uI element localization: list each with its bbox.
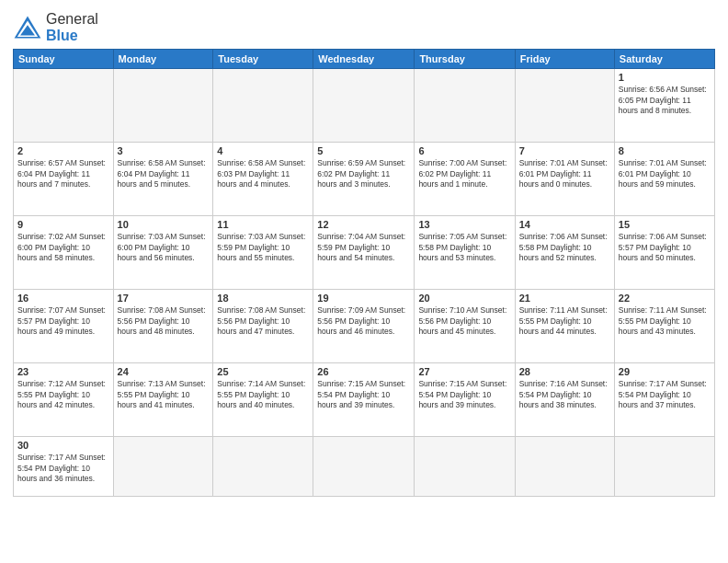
logo-icon [13,15,42,40]
day-info: Sunrise: 6:58 AM Sunset: 6:03 PM Dayligh… [217,158,309,190]
day-info: Sunrise: 7:03 AM Sunset: 6:00 PM Dayligh… [118,232,210,263]
day-number: 12 [317,219,410,230]
calendar-cell [415,437,515,497]
day-info: Sunrise: 7:07 AM Sunset: 5:57 PM Dayligh… [17,305,109,337]
calendar-cell: 3Sunrise: 6:58 AM Sunset: 6:04 PM Daylig… [113,143,213,216]
day-info: Sunrise: 7:03 AM Sunset: 5:59 PM Dayligh… [217,232,309,263]
day-number: 5 [317,145,410,156]
day-number: 6 [418,145,510,156]
day-info: Sunrise: 6:58 AM Sunset: 6:04 PM Dayligh… [118,158,210,190]
calendar-cell: 17Sunrise: 7:08 AM Sunset: 5:56 PM Dayli… [113,290,213,363]
calendar-cell [614,437,714,497]
calendar-cell [213,69,313,143]
day-info: Sunrise: 7:08 AM Sunset: 5:56 PM Dayligh… [118,305,210,337]
calendar-cell: 20Sunrise: 7:10 AM Sunset: 5:56 PM Dayli… [415,290,515,363]
day-info: Sunrise: 7:17 AM Sunset: 5:54 PM Dayligh… [619,379,711,410]
calendar-cell [515,437,614,497]
day-number: 23 [17,366,109,377]
day-number: 15 [619,219,711,230]
calendar-cell: 26Sunrise: 7:15 AM Sunset: 5:54 PM Dayli… [313,363,415,437]
day-number: 10 [118,219,210,230]
calendar-cell [14,69,114,143]
calendar-cell [313,69,415,143]
day-number: 8 [619,145,711,156]
weekday-header-friday: Friday [515,50,614,69]
day-number: 14 [519,219,610,230]
day-number: 29 [619,366,711,377]
header: General Blue [13,11,715,43]
calendar-cell [415,69,515,143]
calendar-cell: 30Sunrise: 7:17 AM Sunset: 5:54 PM Dayli… [14,437,114,497]
calendar-cell: 23Sunrise: 7:12 AM Sunset: 5:55 PM Dayli… [14,363,114,437]
calendar-cell: 6Sunrise: 7:00 AM Sunset: 6:02 PM Daylig… [415,143,515,216]
calendar-cell: 29Sunrise: 7:17 AM Sunset: 5:54 PM Dayli… [614,363,714,437]
day-number: 16 [17,293,109,304]
calendar-cell: 5Sunrise: 6:59 AM Sunset: 6:02 PM Daylig… [313,143,415,216]
day-number: 25 [217,366,309,377]
calendar-cell: 16Sunrise: 7:07 AM Sunset: 5:57 PM Dayli… [14,290,114,363]
day-number: 26 [317,366,410,377]
day-number: 3 [118,145,210,156]
calendar-cell: 22Sunrise: 7:11 AM Sunset: 5:55 PM Dayli… [614,290,714,363]
calendar-cell: 24Sunrise: 7:13 AM Sunset: 5:55 PM Dayli… [113,363,213,437]
day-info: Sunrise: 7:04 AM Sunset: 5:59 PM Dayligh… [317,232,410,263]
calendar-cell: 14Sunrise: 7:06 AM Sunset: 5:58 PM Dayli… [515,216,614,290]
day-number: 7 [519,145,610,156]
day-info: Sunrise: 7:11 AM Sunset: 5:55 PM Dayligh… [519,305,610,337]
day-info: Sunrise: 6:56 AM Sunset: 6:05 PM Dayligh… [619,85,711,116]
calendar-cell: 15Sunrise: 7:06 AM Sunset: 5:57 PM Dayli… [614,216,714,290]
day-info: Sunrise: 7:08 AM Sunset: 5:56 PM Dayligh… [217,305,309,337]
calendar-cell: 2Sunrise: 6:57 AM Sunset: 6:04 PM Daylig… [14,143,114,216]
day-info: Sunrise: 7:09 AM Sunset: 5:56 PM Dayligh… [317,305,410,337]
calendar-cell: 8Sunrise: 7:01 AM Sunset: 6:01 PM Daylig… [614,143,714,216]
day-info: Sunrise: 7:14 AM Sunset: 5:55 PM Dayligh… [217,379,309,410]
day-number: 19 [317,293,410,304]
day-number: 9 [17,219,109,230]
calendar-cell [113,437,213,497]
calendar-cell [113,69,213,143]
calendar-table: SundayMondayTuesdayWednesdayThursdayFrid… [13,49,715,497]
weekday-header-saturday: Saturday [614,50,714,69]
day-number: 4 [217,145,309,156]
calendar-cell: 25Sunrise: 7:14 AM Sunset: 5:55 PM Dayli… [213,363,313,437]
day-info: Sunrise: 7:00 AM Sunset: 6:02 PM Dayligh… [418,158,510,190]
day-info: Sunrise: 7:06 AM Sunset: 5:58 PM Dayligh… [519,232,610,263]
calendar-cell [213,437,313,497]
logo-text: General Blue [46,11,98,43]
day-info: Sunrise: 7:10 AM Sunset: 5:56 PM Dayligh… [418,305,510,337]
day-info: Sunrise: 7:02 AM Sunset: 6:00 PM Dayligh… [17,232,109,263]
day-number: 11 [217,219,309,230]
day-number: 18 [217,293,309,304]
day-number: 30 [17,440,109,451]
calendar-cell: 28Sunrise: 7:16 AM Sunset: 5:54 PM Dayli… [515,363,614,437]
calendar-cell: 12Sunrise: 7:04 AM Sunset: 5:59 PM Dayli… [313,216,415,290]
calendar-cell [515,69,614,143]
calendar-cell: 10Sunrise: 7:03 AM Sunset: 6:00 PM Dayli… [113,216,213,290]
calendar-cell: 4Sunrise: 6:58 AM Sunset: 6:03 PM Daylig… [213,143,313,216]
weekday-header-sunday: Sunday [14,50,114,69]
day-number: 1 [619,72,711,83]
day-number: 13 [418,219,510,230]
weekday-header-monday: Monday [113,50,213,69]
logo: General Blue [13,11,98,43]
calendar-cell: 9Sunrise: 7:02 AM Sunset: 6:00 PM Daylig… [14,216,114,290]
day-info: Sunrise: 7:01 AM Sunset: 6:01 PM Dayligh… [519,158,610,190]
day-info: Sunrise: 7:15 AM Sunset: 5:54 PM Dayligh… [317,379,410,410]
day-number: 21 [519,293,610,304]
day-info: Sunrise: 6:59 AM Sunset: 6:02 PM Dayligh… [317,158,410,190]
day-info: Sunrise: 7:11 AM Sunset: 5:55 PM Dayligh… [619,305,711,337]
calendar-cell: 21Sunrise: 7:11 AM Sunset: 5:55 PM Dayli… [515,290,614,363]
day-number: 24 [118,366,210,377]
day-info: Sunrise: 7:12 AM Sunset: 5:55 PM Dayligh… [17,379,109,410]
calendar-cell: 19Sunrise: 7:09 AM Sunset: 5:56 PM Dayli… [313,290,415,363]
day-info: Sunrise: 7:05 AM Sunset: 5:58 PM Dayligh… [418,232,510,263]
calendar-cell: 18Sunrise: 7:08 AM Sunset: 5:56 PM Dayli… [213,290,313,363]
day-number: 27 [418,366,510,377]
day-number: 20 [418,293,510,304]
day-info: Sunrise: 6:57 AM Sunset: 6:04 PM Dayligh… [17,158,109,190]
day-info: Sunrise: 7:15 AM Sunset: 5:54 PM Dayligh… [418,379,510,410]
day-info: Sunrise: 7:01 AM Sunset: 6:01 PM Dayligh… [619,158,711,190]
weekday-header-thursday: Thursday [415,50,515,69]
calendar-cell: 11Sunrise: 7:03 AM Sunset: 5:59 PM Dayli… [213,216,313,290]
day-info: Sunrise: 7:06 AM Sunset: 5:57 PM Dayligh… [619,232,711,263]
